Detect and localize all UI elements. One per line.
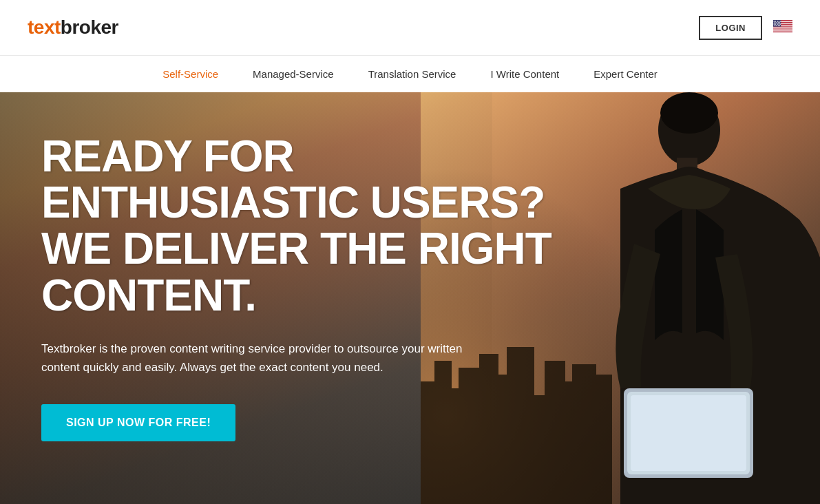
- logo-text-part2: broker: [61, 17, 118, 38]
- nav-item-expert-center[interactable]: Expert Center: [593, 68, 658, 80]
- login-button[interactable]: LOGIN: [699, 16, 762, 40]
- hero-subtitle: Textbroker is the proven content writing…: [41, 339, 482, 377]
- flag-icon: ★ ★ ★ ★ ★ ★ ★ ★ ★ ★ ★ ★ ★ ★ ★ ★ ★: [773, 20, 792, 35]
- logo-text-part1: text: [28, 17, 61, 38]
- svg-rect-5: [773, 28, 792, 29]
- nav-item-i-write-content[interactable]: I Write Content: [490, 68, 559, 80]
- header-right: LOGIN ★ ★ ★ ★ ★ ★ ★ ★: [699, 16, 792, 40]
- svg-rect-4: [773, 27, 792, 28]
- svg-text:★: ★: [779, 24, 781, 27]
- logo[interactable]: textbroker: [28, 17, 118, 39]
- header: textbroker LOGIN ★ ★ ★ ★ ★ ★: [0, 0, 820, 55]
- nav-item-translation-service[interactable]: Translation Service: [368, 68, 456, 80]
- hero-section: READY FOR ENTHUSIASTIC USERS? WE DELIVER…: [0, 92, 820, 504]
- svg-rect-6: [773, 30, 792, 31]
- hero-content: READY FOR ENTHUSIASTIC USERS? WE DELIVER…: [0, 92, 820, 504]
- nav-item-managed-service[interactable]: Managed-Service: [253, 68, 334, 80]
- main-nav: Self-Service Managed-Service Translation…: [0, 55, 820, 92]
- hero-title: READY FOR ENTHUSIASTIC USERS? WE DELIVER…: [41, 134, 578, 319]
- signup-button[interactable]: SIGN UP NOW FOR FREE!: [41, 404, 235, 441]
- nav-item-self-service[interactable]: Self-Service: [162, 68, 218, 80]
